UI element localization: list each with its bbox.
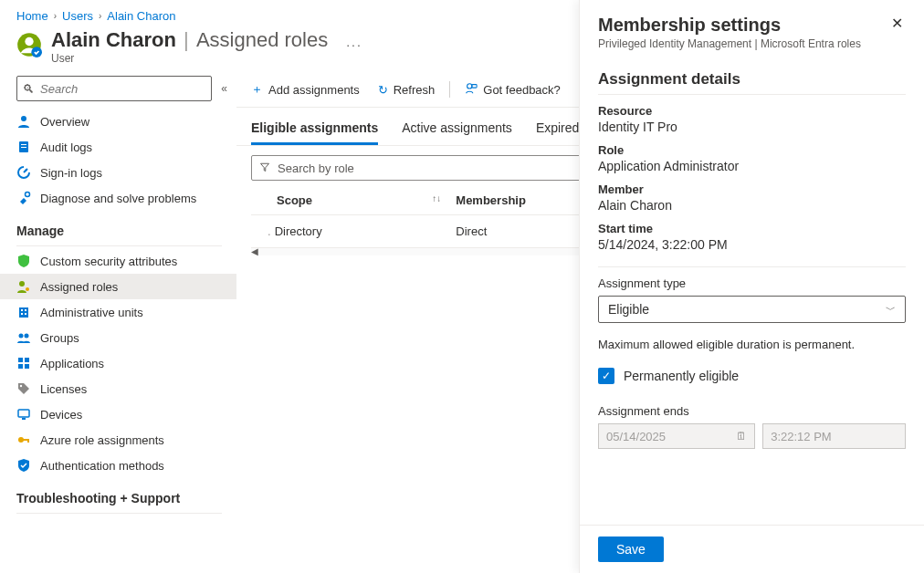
label-assignment-type: Assignment type: [598, 276, 906, 290]
calendar-icon: 🗓︎: [736, 430, 747, 443]
feedback-icon: [465, 82, 478, 98]
divider: [16, 245, 222, 246]
label-member: Member: [598, 182, 906, 196]
svg-rect-20: [25, 364, 29, 369]
panel-title: Membership settings: [598, 15, 861, 36]
nav-section-troubleshooting: Troubleshooting + Support: [0, 478, 236, 509]
sidebar-item-label: Overview: [40, 115, 89, 129]
sidebar-item-licenses[interactable]: Licenses: [0, 376, 236, 401]
book-icon: [16, 140, 31, 154]
chevron-down-icon: ﹀: [886, 303, 896, 317]
sidebar-item-label: Azure role assignments: [40, 433, 164, 447]
cmd-label: Refresh: [394, 83, 436, 97]
end-date-input: 05/14/2025 🗓︎: [598, 423, 755, 449]
value-member: Alain Charon: [598, 198, 906, 213]
user-avatar-icon: [16, 32, 42, 57]
groups-icon: [16, 330, 31, 345]
svg-point-1: [25, 37, 33, 46]
save-button[interactable]: Save: [598, 537, 664, 562]
nav-section-manage: Manage: [0, 211, 236, 242]
add-assignments-button[interactable]: ＋ Add assignments: [251, 81, 360, 98]
svg-point-8: [19, 281, 25, 286]
chevron-right-icon: ›: [54, 11, 57, 21]
sidebar-item-diagnose[interactable]: Diagnose and solve problems: [0, 185, 236, 211]
svg-rect-5: [21, 144, 26, 145]
breadcrumb-home[interactable]: Home: [16, 9, 48, 23]
svg-point-3: [21, 116, 26, 121]
sidebar-item-applications[interactable]: Applications: [0, 350, 236, 376]
more-icon[interactable]: ···: [346, 37, 362, 52]
sidebar-search[interactable]: 🔍︎: [16, 76, 212, 101]
sidebar-item-custom-security-attributes[interactable]: Custom security attributes: [0, 248, 236, 274]
sidebar-item-signin-logs[interactable]: Sign-in logs: [0, 160, 236, 185]
close-icon[interactable]: ✕: [887, 15, 906, 50]
svg-rect-14: [25, 313, 26, 315]
svg-rect-10: [19, 307, 28, 318]
sidebar-search-input[interactable]: [40, 82, 205, 96]
tab-eligible-assignments[interactable]: Eligible assignments: [251, 120, 378, 145]
feedback-button[interactable]: Got feedback?: [465, 82, 561, 98]
svg-point-9: [26, 287, 29, 291]
panel-subtitle: Privileged Identity Management | Microso…: [598, 37, 861, 50]
cmd-label: Add assignments: [268, 83, 360, 97]
filter-icon: [259, 161, 270, 175]
sidebar-item-assigned-roles[interactable]: Assigned roles: [0, 274, 236, 299]
sidebar-item-label: Sign-in logs: [40, 166, 102, 180]
svg-point-7: [26, 193, 30, 197]
duration-hint: Maximum allowed eligible duration is per…: [598, 338, 906, 351]
person-key-icon: [16, 279, 31, 294]
breadcrumb-current[interactable]: Alain Charon: [107, 9, 175, 23]
cmd-label: Got feedback?: [483, 83, 561, 97]
sidebar-item-devices[interactable]: Devices: [0, 401, 236, 427]
sidebar-item-label: Licenses: [40, 382, 87, 396]
sidebar: 🔍︎ « Overview Audit logs Sign-in logs Di…: [0, 72, 236, 573]
tag-icon: [16, 381, 31, 396]
svg-rect-18: [25, 358, 29, 362]
title-separator: |: [184, 28, 189, 51]
end-time-value: 3:22:12 PM: [771, 430, 832, 443]
page-section: Assigned roles: [196, 28, 328, 51]
key-icon: [16, 432, 31, 447]
sidebar-item-label: Assigned roles: [40, 280, 118, 294]
sidebar-item-authentication-methods[interactable]: Authentication methods: [0, 453, 236, 478]
divider: [598, 266, 906, 267]
svg-rect-26: [27, 439, 29, 443]
svg-point-16: [25, 334, 29, 339]
shield-check-icon: [16, 458, 31, 473]
sidebar-item-label: Groups: [40, 331, 79, 345]
sidebar-item-label: Devices: [40, 408, 82, 422]
label-role: Role: [598, 143, 906, 157]
breadcrumb-users[interactable]: Users: [62, 9, 93, 23]
col-scope[interactable]: Scope ↑↓: [251, 186, 448, 215]
membership-settings-panel: Membership settings Privileged Identity …: [579, 0, 924, 573]
sort-icon: ↑↓: [432, 193, 441, 203]
sidebar-item-administrative-units[interactable]: Administrative units: [0, 299, 236, 325]
divider: [449, 81, 450, 98]
svg-rect-6: [21, 147, 26, 148]
svg-rect-11: [21, 309, 23, 311]
svg-rect-12: [25, 309, 26, 311]
sidebar-item-audit-logs[interactable]: Audit logs: [0, 134, 236, 160]
sidebar-item-overview[interactable]: Overview: [0, 109, 236, 134]
tab-active-assignments[interactable]: Active assignments: [402, 120, 512, 145]
search-icon: 🔍︎: [23, 82, 35, 96]
wrench-icon: [16, 191, 31, 205]
sidebar-item-label: Administrative units: [40, 306, 143, 319]
svg-rect-23: [22, 418, 26, 420]
value-role: Application Administrator: [598, 159, 906, 173]
value-resource: Identity IT Pro: [598, 120, 906, 134]
refresh-button[interactable]: ↻ Refresh: [378, 83, 436, 97]
value-start-time: 5/14/2024, 3:22:00 PM: [598, 237, 906, 252]
permanently-eligible-checkbox[interactable]: ✓ Permanently eligible: [598, 368, 906, 384]
label-start-time: Start time: [598, 222, 906, 235]
sidebar-item-groups[interactable]: Groups: [0, 325, 236, 350]
checkbox-checked-icon: ✓: [598, 368, 614, 384]
scroll-left-icon[interactable]: ◀: [251, 246, 258, 256]
sidebar-item-azure-role-assignments[interactable]: Azure role assignments: [0, 427, 236, 453]
assignment-type-select[interactable]: Eligible ﹀: [598, 296, 906, 323]
svg-point-21: [20, 385, 22, 387]
entity-type: User: [51, 52, 328, 65]
svg-rect-19: [18, 364, 23, 369]
chevron-right-icon: ›: [99, 11, 101, 21]
collapse-sidebar-icon[interactable]: «: [221, 82, 227, 95]
